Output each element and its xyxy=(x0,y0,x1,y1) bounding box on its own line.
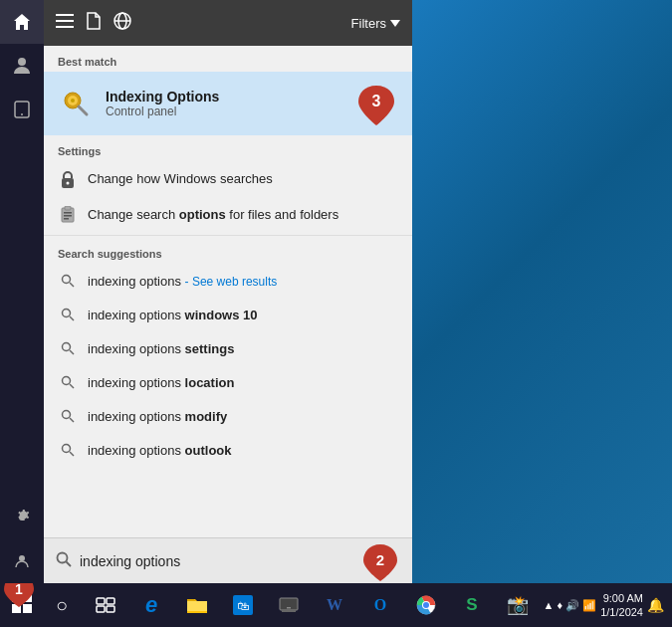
outlook-icon[interactable]: O xyxy=(358,583,402,627)
taskbar-apps: e 🛍 W O xyxy=(80,583,544,627)
search-input-bar[interactable]: indexing options 2 xyxy=(44,537,412,583)
globe-icon[interactable] xyxy=(113,12,131,34)
taskview-button[interactable] xyxy=(84,583,127,627)
svg-rect-44 xyxy=(97,606,105,612)
notification-icon[interactable]: 🔔 xyxy=(647,597,664,613)
svg-point-24 xyxy=(63,310,71,317)
system-tray: ▲ ♦ 🔊 📶 9:00 AM1/1/2024 🔔 xyxy=(544,591,673,620)
start-icon-area: 1 xyxy=(10,591,34,619)
suggestion-item-2[interactable]: indexing options windows 10 xyxy=(44,298,412,331)
svg-rect-43 xyxy=(107,598,114,604)
svg-rect-6 xyxy=(56,26,74,28)
document-icon[interactable] xyxy=(86,12,102,34)
suggestion-text-2: indexing options windows 10 xyxy=(88,308,258,322)
lock-icon xyxy=(58,169,78,189)
tray-text: ▲ ♦ 🔊 📶 xyxy=(544,599,597,612)
search-icon-3 xyxy=(58,338,78,358)
svg-rect-49 xyxy=(282,610,296,612)
sidebar-item-tablet[interactable] xyxy=(0,88,44,131)
step-2-badge: 2 xyxy=(360,541,400,581)
svg-rect-5 xyxy=(56,20,74,22)
svg-line-27 xyxy=(70,350,74,354)
tray-time: 9:00 AM1/1/2024 xyxy=(600,591,643,620)
svg-text:2: 2 xyxy=(376,551,384,568)
svg-line-29 xyxy=(70,384,74,388)
explorer-icon[interactable] xyxy=(175,583,219,627)
suggestion-text-3: indexing options settings xyxy=(88,341,234,356)
sidebar-item-settings[interactable] xyxy=(0,496,44,539)
svg-line-33 xyxy=(70,452,74,456)
svg-point-22 xyxy=(63,276,71,284)
search-panel: Filters Best match Indexing Options Cont… xyxy=(44,0,412,583)
suggestions-label: Search suggestions xyxy=(44,238,412,264)
start-button[interactable]: 1 xyxy=(0,583,44,627)
start-menu-sidebar xyxy=(0,0,44,583)
svg-point-30 xyxy=(63,411,71,419)
svg-point-28 xyxy=(63,377,71,385)
svg-rect-18 xyxy=(65,206,71,210)
suggestion-text-5: indexing options modify xyxy=(88,409,227,424)
sidebar-item-user[interactable] xyxy=(0,539,44,583)
svg-line-23 xyxy=(70,283,74,287)
filters-button[interactable]: Filters xyxy=(351,16,400,31)
step-3-badge: 3 xyxy=(354,82,398,125)
suggestion-text-1: indexing options - See web results xyxy=(88,274,277,289)
svg-text:3: 3 xyxy=(372,93,381,109)
svg-text:1: 1 xyxy=(15,581,23,597)
word-icon[interactable]: W xyxy=(313,583,356,627)
svg-rect-21 xyxy=(64,218,69,220)
svg-point-3 xyxy=(19,555,25,561)
divider-1 xyxy=(44,235,412,236)
suggestion-item-6[interactable]: indexing options outlook xyxy=(44,433,412,467)
svg-rect-20 xyxy=(64,215,72,217)
settings-item-search[interactable]: Change how Windows searches xyxy=(44,161,412,197)
svg-point-13 xyxy=(71,99,75,103)
settings-item-search-text: Change how Windows searches xyxy=(88,170,273,188)
sidebar-item-person[interactable] xyxy=(0,44,44,88)
taskbar: 1 ○ e xyxy=(0,583,672,627)
suggestion-item-1[interactable]: indexing options - See web results xyxy=(44,264,412,298)
chrome-icon[interactable] xyxy=(404,583,448,627)
suggestion-item-4[interactable]: indexing options location xyxy=(44,365,412,399)
edge-icon[interactable]: e xyxy=(129,583,173,627)
svg-rect-50 xyxy=(287,607,291,609)
best-match-text: Indexing Options Control panel xyxy=(106,89,342,118)
svg-rect-45 xyxy=(107,606,114,612)
shift-icon[interactable]: S xyxy=(450,583,494,627)
photo-icon[interactable]: 📸 xyxy=(496,583,540,627)
suggestion-item-3[interactable]: indexing options settings xyxy=(44,331,412,365)
settings-item-options[interactable]: Change search options for files and fold… xyxy=(44,197,412,233)
svg-point-0 xyxy=(18,58,26,66)
svg-line-35 xyxy=(67,562,72,567)
best-match-title: Indexing Options xyxy=(106,89,342,104)
svg-point-16 xyxy=(67,182,70,185)
svg-point-2 xyxy=(21,113,23,115)
search-icon-2 xyxy=(58,305,78,324)
svg-rect-42 xyxy=(97,598,105,604)
suggestion-text-4: indexing options location xyxy=(88,375,234,390)
search-icon-4 xyxy=(58,372,78,392)
svg-point-34 xyxy=(58,553,68,563)
best-match-subtitle: Control panel xyxy=(106,104,342,118)
svg-rect-19 xyxy=(64,212,72,214)
svg-line-12 xyxy=(79,106,87,114)
vm-icon[interactable] xyxy=(267,583,311,627)
search-query-text[interactable]: indexing options xyxy=(80,553,360,569)
svg-rect-4 xyxy=(56,14,74,16)
svg-point-53 xyxy=(423,602,429,608)
search-icon-1 xyxy=(58,271,78,291)
sidebar-item-home[interactable] xyxy=(0,0,44,44)
svg-point-32 xyxy=(63,445,71,453)
hamburger-icon[interactable] xyxy=(56,14,74,32)
best-match-item[interactable]: Indexing Options Control panel 3 xyxy=(44,72,412,135)
svg-line-31 xyxy=(70,418,74,422)
clipboard-icon xyxy=(58,205,78,225)
search-icon-5 xyxy=(58,406,78,426)
see-web-results: - See web results xyxy=(185,275,278,289)
taskbar-search[interactable]: ○ xyxy=(44,583,80,627)
best-match-label: Best match xyxy=(44,46,412,72)
svg-point-26 xyxy=(63,343,71,351)
settings-label: Settings xyxy=(44,135,412,161)
store-icon[interactable]: 🛍 xyxy=(221,583,265,627)
suggestion-item-5[interactable]: indexing options modify xyxy=(44,399,412,433)
